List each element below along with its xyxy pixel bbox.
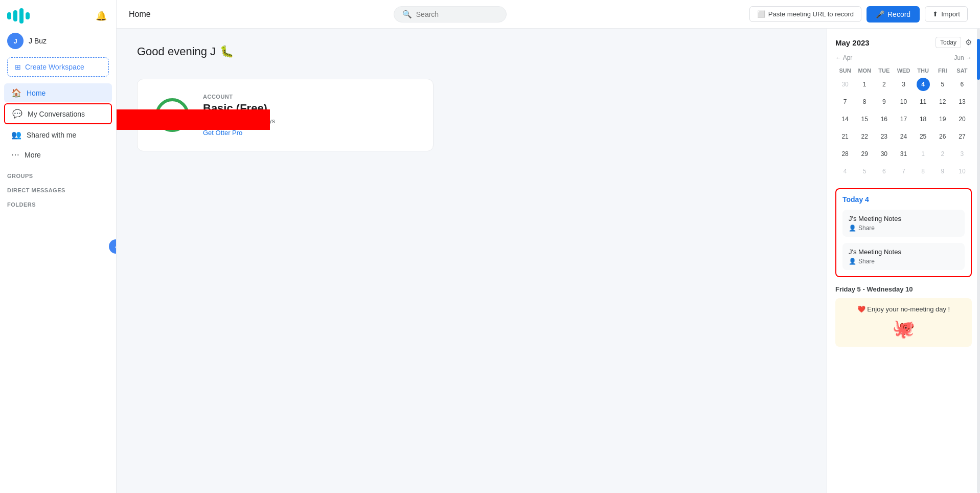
sidebar-item-home[interactable]: 🏠 Home (4, 83, 112, 102)
page-title: Home (129, 10, 151, 19)
search-bar[interactable]: 🔍 (394, 6, 507, 23)
calendar-settings-button[interactable]: ⚙ (965, 38, 972, 47)
calendar-day[interactable]: 4 (914, 76, 933, 93)
page-body: Good evening J 🐛 300 mins left ACCOUNT (117, 29, 980, 493)
cal-header-fri: FRI (933, 65, 952, 76)
account-info: ACCOUNT Basic (Free) Minutes reset in 31… (203, 94, 275, 137)
calendar-day[interactable]: 27 (952, 128, 972, 145)
user-profile[interactable]: J J Buz (0, 29, 116, 53)
calendar-day[interactable]: 5 (933, 76, 952, 93)
next-week-section: Friday 5 - Wednesday 10 ❤️ Enjoy your no… (835, 285, 972, 347)
calendar-day[interactable]: 7 (894, 163, 913, 180)
greeting-label: Good evening J (137, 45, 216, 58)
today-section-header: Today 4 (842, 195, 965, 204)
calendar-day[interactable]: 31 (894, 145, 913, 163)
today-section: Today 4 J's Meeting Notes 👤 Share J's Me… (835, 188, 972, 277)
cal-header-tue: TUE (874, 65, 894, 76)
calendar-day[interactable]: 14 (835, 110, 855, 128)
topbar-left: Home (129, 10, 151, 19)
calendar-day[interactable]: 4 (835, 163, 855, 180)
paste-meeting-button[interactable]: ⬜ Paste meeting URL to record (749, 6, 861, 22)
svg-rect-3 (26, 12, 30, 19)
minutes-text: 300 mins left (154, 97, 191, 133)
meeting-share-2[interactable]: 👤 Share (849, 258, 959, 265)
svg-rect-1 (13, 10, 17, 21)
meeting-share-1[interactable]: 👤 Share (849, 225, 959, 232)
scroll-thumb (977, 39, 980, 80)
calendar-day[interactable]: 28 (835, 145, 855, 163)
calendar-day[interactable]: 1 (855, 76, 874, 93)
scroll-indicator (977, 29, 980, 493)
cal-header-thu: THU (914, 65, 933, 76)
calendar-day[interactable]: 8 (914, 163, 933, 180)
calendar-day[interactable]: 16 (874, 110, 894, 128)
calendar-day[interactable]: 21 (835, 128, 855, 145)
svg-rect-0 (7, 12, 11, 19)
calendar-day[interactable]: 26 (933, 128, 952, 145)
sidebar-item-more[interactable]: ⋯ More (4, 145, 112, 164)
create-workspace-button[interactable]: ⊞ Create Workspace (7, 57, 109, 77)
notification-button[interactable]: 🔔 (94, 8, 109, 24)
sidebar-item-my-conversations[interactable]: 💬 My Conversations (4, 103, 112, 124)
app-logo (7, 8, 30, 24)
calendar-day[interactable]: 11 (914, 93, 933, 110)
calendar-day[interactable]: 6 (952, 76, 972, 93)
calendar-day[interactable]: 19 (933, 110, 952, 128)
home-icon: 🏠 (11, 88, 21, 98)
user-name: J Buz (29, 37, 47, 45)
share-icon-2: 👤 (849, 258, 856, 265)
right-panel: May 2023 Today ⚙ ← Apr Jun → SUN MON TUE (827, 29, 980, 493)
minutes-circle: 300 mins left (154, 97, 191, 133)
calendar-day[interactable]: 20 (952, 110, 972, 128)
calendar-prev-month[interactable]: ← Apr (835, 54, 852, 61)
calendar-day[interactable]: 7 (835, 93, 855, 110)
cal-header-sun: SUN (835, 65, 855, 76)
calendar-day[interactable]: 6 (874, 163, 894, 180)
calendar-day[interactable]: 18 (914, 110, 933, 128)
calendar-day[interactable]: 8 (855, 93, 874, 110)
calendar-day[interactable]: 3 (952, 145, 972, 163)
upgrade-link[interactable]: Get Otter Pro (203, 129, 275, 137)
avatar: J (7, 33, 24, 49)
main-content: Home 🔍 ⬜ Paste meeting URL to record 🎤 R… (117, 0, 980, 493)
calendar-day[interactable]: 23 (874, 128, 894, 145)
calendar-today-button[interactable]: Today (936, 37, 961, 48)
cal-header-sat: SAT (952, 65, 972, 76)
calendar-day[interactable]: 9 (874, 93, 894, 110)
calendar-day[interactable]: 5 (855, 163, 874, 180)
calendar-grid: SUN MON TUE WED THU FRI SAT 301234567891… (835, 65, 972, 180)
calendar-day[interactable]: 2 (933, 145, 952, 163)
svg-rect-2 (19, 8, 24, 24)
meeting-card-1: J's Meeting Notes 👤 Share (842, 210, 965, 237)
search-icon: 🔍 (402, 10, 412, 19)
import-label: Import (941, 10, 960, 18)
calendar-day[interactable]: 24 (894, 128, 913, 145)
calendar-day[interactable]: 30 (874, 145, 894, 163)
calendar-day[interactable]: 25 (914, 128, 933, 145)
create-workspace-label: Create Workspace (25, 63, 84, 71)
record-button[interactable]: 🎤 Record (867, 6, 920, 23)
calendar-day[interactable]: 29 (855, 145, 874, 163)
calendar-day[interactable]: 17 (894, 110, 913, 128)
content-area: Good evening J 🐛 300 mins left ACCOUNT (117, 29, 827, 493)
meeting-title-1: J's Meeting Notes (849, 215, 959, 222)
calendar-day[interactable]: 15 (855, 110, 874, 128)
calendar-day[interactable]: 10 (952, 163, 972, 180)
sidebar-toggle-button[interactable]: ‹ (109, 239, 117, 254)
calendar-day[interactable]: 9 (933, 163, 952, 180)
calendar-day[interactable]: 10 (894, 93, 913, 110)
calendar-day[interactable]: 30 (835, 76, 855, 93)
sidebar-item-shared-with-me[interactable]: 👥 Shared with me (4, 125, 112, 144)
calendar-day[interactable]: 1 (914, 145, 933, 163)
import-button[interactable]: ⬆ Import (925, 6, 968, 22)
calendar-day[interactable]: 12 (933, 93, 952, 110)
search-input[interactable] (416, 10, 498, 18)
minutes-unit: mins left (164, 117, 181, 122)
paste-meeting-label: Paste meeting URL to record (768, 10, 854, 18)
calendar-next-month[interactable]: Jun → (954, 54, 972, 61)
direct-messages-section-label: DIRECT MESSAGES (0, 181, 116, 195)
calendar-day[interactable]: 2 (874, 76, 894, 93)
calendar-day[interactable]: 22 (855, 128, 874, 145)
calendar-day[interactable]: 3 (894, 76, 913, 93)
calendar-day[interactable]: 13 (952, 93, 972, 110)
